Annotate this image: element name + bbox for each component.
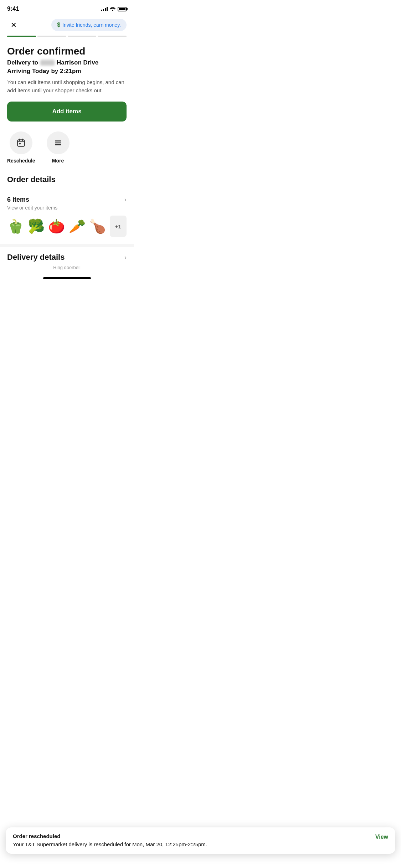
order-confirmed-title: Order confirmed [7,46,127,57]
progress-segment-4 [98,36,127,37]
item-thumb-chicken: 🍗 [89,216,106,237]
action-icons: Reschedule More [0,131,134,164]
invite-button[interactable]: $ Invite friends, earn money. [51,19,127,31]
header: ✕ $ Invite friends, earn money. [0,16,134,36]
delivery-address-line: Delivery to Harrison Drive [7,59,127,66]
item-thumb-carrot: 🥕 [69,216,86,237]
svg-rect-0 [18,140,25,146]
address-suffix: Harrison Drive [57,59,98,66]
home-indicator [0,274,134,283]
address-blur [40,60,55,66]
signal-icon [101,7,108,11]
status-bar: 9:41 [0,0,134,16]
delivery-details-title: Delivery details [7,253,65,262]
progress-segment-2 [37,36,66,37]
delivery-details-chevron-icon: › [124,254,127,261]
more-icon-circle [47,131,70,154]
item-thumb-pepper: 🫑 [7,216,24,237]
items-header[interactable]: 6 items › [7,196,127,203]
items-chevron-icon: › [124,196,127,203]
items-thumbnails: 🫑 🥦 🍅 🥕 🍗 +1 [7,216,127,237]
delivery-prefix: Delivery to [7,59,38,66]
reschedule-icon-circle [10,131,32,154]
more-label: More [52,158,64,164]
delivery-details-section: Delivery details › [0,244,134,262]
items-row: 6 items › View or edit your items 🫑 🥦 🍅 … [0,190,134,237]
reschedule-label: Reschedule [7,158,35,164]
status-time: 9:41 [7,5,19,12]
close-button[interactable]: ✕ [7,19,20,31]
edit-note: You can edit items until shopping begins… [7,78,127,94]
svg-rect-1 [19,143,21,144]
battery-icon [118,7,127,11]
invite-text: Invite friends, earn money. [62,22,121,28]
ring-doorbell-text: Ring doorbell [0,262,134,274]
main-content: Order confirmed Delivery to Harrison Dri… [0,46,134,131]
calendar-icon [16,138,26,148]
list-icon [53,138,63,148]
progress-segment-3 [68,36,97,37]
progress-bar [0,36,134,37]
progress-segment-1 [7,36,36,37]
item-more-count: +1 [110,216,127,237]
more-action[interactable]: More [47,131,70,164]
arriving-line: Arriving Today by 2:21pm [7,68,127,75]
delivery-details-header[interactable]: Delivery details › [7,253,127,262]
wifi-icon [110,6,115,12]
home-bar [43,277,91,279]
add-items-button[interactable]: Add items [7,102,127,122]
close-icon: ✕ [11,21,17,29]
invite-dollar-icon: $ [57,22,60,28]
reschedule-action[interactable]: Reschedule [7,131,35,164]
item-thumb-broccoli: 🥦 [28,216,45,237]
items-subtitle: View or edit your items [7,205,127,211]
items-count: 6 items [7,196,29,203]
order-details-section-title: Order details [0,175,134,184]
status-icons [101,6,127,12]
item-thumb-tomato: 🍅 [48,216,65,237]
